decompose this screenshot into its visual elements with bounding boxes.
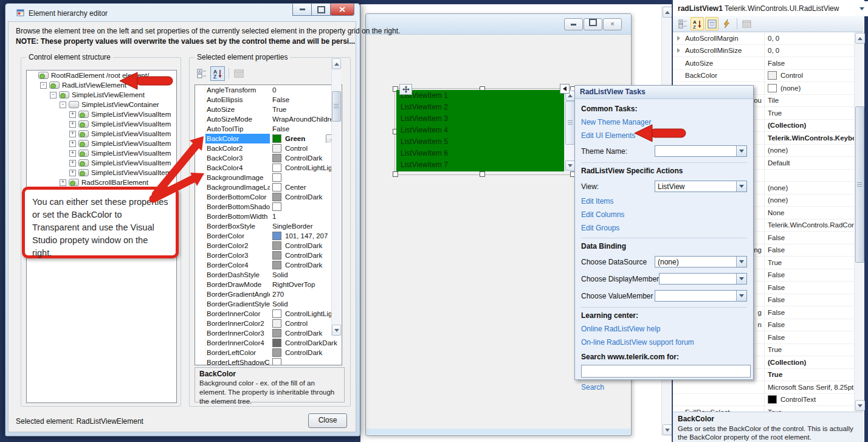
property-row[interactable]: BorderColor3ControlDark: [195, 250, 342, 260]
dropdown-button[interactable]: [736, 274, 746, 284]
close-button[interactable]: Close: [308, 413, 347, 428]
view-dropdown[interactable]: ListView: [655, 181, 747, 192]
property-row[interactable]: AutoToolTipFalse: [195, 124, 342, 134]
vs-property-row[interactable]: ControlText: [673, 394, 854, 407]
grid-scroll-thumb[interactable]: [332, 91, 341, 122]
smart-tag-button[interactable]: [560, 84, 570, 94]
property-row[interactable]: BorderGradientStyleSolid: [195, 299, 342, 309]
dialog-minimize-button[interactable]: [292, 4, 312, 16]
tree-expander-plus-icon[interactable]: +: [69, 140, 76, 147]
displaymember-dropdown[interactable]: [659, 273, 747, 285]
vs-property-row[interactable]: BackColorControl: [673, 70, 854, 83]
scroll-down-arrow[interactable]: [663, 424, 672, 435]
scroll-up-arrow[interactable]: [663, 7, 672, 18]
property-row[interactable]: BackColor4ControlLightLight: [195, 163, 342, 173]
alphabetical-sort-icon[interactable]: AZ: [691, 17, 704, 30]
property-row[interactable]: BorderInnerColor4ControlDarkDark: [195, 338, 342, 348]
vs-property-row[interactable]: AutoScrollMargin0, 0: [673, 32, 854, 45]
vs-property-row[interactable]: AutoSizeFalse: [673, 57, 854, 70]
datasource-dropdown[interactable]: (none): [655, 256, 747, 268]
tree-expander-plus-icon[interactable]: +: [60, 179, 66, 186]
tree-expander-minus-icon[interactable]: -: [50, 92, 57, 98]
tree-node[interactable]: +SimpleListViewVisualItem: [27, 109, 176, 119]
vs-scroll-thumb[interactable]: [855, 106, 864, 263]
tree-node[interactable]: +RadScrollBarElement: [27, 178, 176, 187]
property-row[interactable]: BorderBottomShadow: [195, 202, 342, 212]
tree-node[interactable]: +SimpleListViewVisualItem: [27, 139, 176, 148]
resize-handle-bottom-left[interactable]: [393, 171, 398, 177]
listview-item[interactable]: ListViewItem 5: [396, 136, 564, 148]
property-row[interactable]: BorderInnerColor2Control: [195, 319, 342, 328]
listview-item[interactable]: ListViewItem 2: [396, 102, 564, 113]
property-row[interactable]: BorderColor4ControlDark: [195, 260, 342, 270]
vs-grid-scrollbar[interactable]: [854, 32, 864, 412]
property-row[interactable]: BorderBottomWidth1: [195, 212, 342, 221]
form-maximize-button[interactable]: [584, 18, 602, 30]
search-link[interactable]: Search: [581, 383, 747, 392]
property-row[interactable]: AutoSizeTrue: [195, 105, 342, 114]
property-row[interactable]: AutoSizeModeWrapAroundChildren: [195, 114, 342, 124]
property-row[interactable]: BackColor3ControlDark: [195, 153, 342, 163]
vs-property-row[interactable]: FullRowSelectTrue: [673, 406, 854, 412]
expander-cell[interactable]: [673, 36, 684, 41]
edit-groups-link[interactable]: Edit Groups: [581, 224, 747, 233]
tree-node[interactable]: +SimpleListViewVisualItem: [27, 129, 176, 139]
properties-object-selector[interactable]: radListView1 Telerik.WinControls.UI.RadL…: [673, 1, 868, 16]
property-row[interactable]: BorderBottomColorControlDark: [195, 192, 342, 202]
property-row[interactable]: BorderDashStyleSolid: [195, 270, 342, 280]
alphabetical-sort-icon[interactable]: AZ: [210, 66, 225, 81]
listview-scrollbar[interactable]: [564, 90, 575, 171]
listview-item[interactable]: ListViewItem 1: [396, 90, 564, 102]
element-property-grid[interactable]: AngleTransform0AutoEllipsisFalseAutoSize…: [195, 85, 342, 365]
property-row[interactable]: BorderColor2ControlDark: [195, 241, 342, 250]
tree-expander-plus-icon[interactable]: +: [69, 170, 76, 176]
theme-name-dropdown[interactable]: [655, 145, 747, 157]
move-control-handle[interactable]: [399, 84, 412, 95]
tree-expander-minus-icon[interactable]: -: [60, 102, 66, 108]
property-row[interactable]: BorderLeftShadowCo: [195, 357, 342, 365]
property-row[interactable]: BorderBoxStyleSingleBorder: [195, 221, 342, 231]
tree-node[interactable]: RootRadElement /root element/: [27, 71, 176, 80]
vs-property-row[interactable]: AutoScrollMinSize0, 0: [673, 45, 854, 58]
form-close-button[interactable]: ×: [603, 18, 622, 30]
listview-scroll-thumb[interactable]: [565, 101, 575, 145]
properties-icon[interactable]: [705, 17, 718, 30]
edit-items-link[interactable]: Edit Items: [581, 197, 747, 206]
tree-node[interactable]: +SimpleListViewVisualItem: [27, 168, 176, 178]
scroll-down-arrow[interactable]: [332, 325, 341, 336]
tree-expander-plus-icon[interactable]: +: [69, 121, 76, 128]
grid-scrollbar[interactable]: [331, 58, 341, 336]
property-row[interactable]: BorderLeftColorControlDark: [195, 348, 342, 357]
property-row[interactable]: BackColor2Control: [195, 143, 342, 153]
tree-expander-minus-icon[interactable]: -: [40, 82, 47, 89]
listview-item[interactable]: ListViewItem 7: [396, 159, 564, 171]
valuemember-dropdown[interactable]: [655, 290, 747, 302]
edit-columns-link[interactable]: Edit Columns: [581, 210, 747, 219]
property-row[interactable]: BackgroundImageLayCenter: [195, 182, 342, 192]
tree-node[interactable]: +SimpleListViewVisualItem: [27, 119, 176, 129]
categorized-icon[interactable]: [676, 17, 689, 30]
listview-scroll-down[interactable]: [565, 161, 575, 171]
property-row[interactable]: BorderColor101, 147, 207: [195, 231, 342, 241]
resize-handle-bottom-mid[interactable]: [480, 171, 485, 177]
property-row[interactable]: BorderDrawModeRightOverTop: [195, 280, 342, 289]
tree-node[interactable]: -RadListViewElement: [27, 80, 176, 90]
scroll-up-arrow[interactable]: [332, 58, 341, 69]
property-row[interactable]: BorderInnerColorControlLightLight: [195, 309, 342, 319]
property-row[interactable]: AngleTransform0: [195, 85, 342, 95]
property-row[interactable]: BackColorGreen...: [195, 134, 342, 143]
scroll-up-arrow[interactable]: [855, 33, 865, 44]
expander-cell[interactable]: [673, 48, 684, 53]
property-row[interactable]: BorderInnerColor3ControlDark: [195, 328, 342, 338]
new-theme-manager-link[interactable]: New Theme Manager: [581, 118, 747, 127]
tree-node[interactable]: -SimpleListViewElement: [27, 90, 176, 100]
tree-node[interactable]: +SimpleListViewVisualItem: [27, 148, 176, 158]
listview-item[interactable]: ListViewItem 4: [396, 125, 564, 136]
radlistview-control[interactable]: ListViewItem 1ListViewItem 2ListViewItem…: [396, 90, 564, 171]
edit-ui-elements-link[interactable]: Edit UI Elements: [581, 131, 747, 140]
dropdown-button[interactable]: [736, 291, 746, 301]
scroll-down-arrow[interactable]: [855, 400, 865, 411]
support-forum-link[interactable]: On-line RadListView support forum: [581, 338, 747, 347]
dropdown-button[interactable]: [736, 257, 746, 267]
tree-node[interactable]: +SimpleListViewVisualItem: [27, 158, 176, 168]
